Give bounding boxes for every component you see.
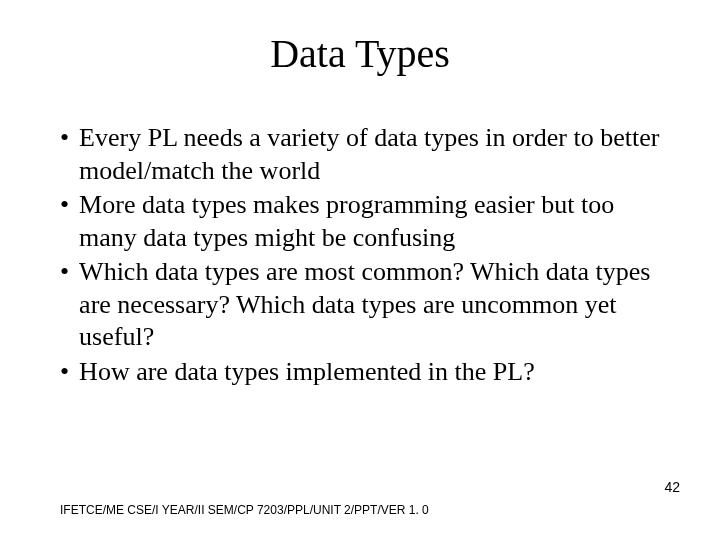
list-item: • Every PL needs a variety of data types…	[60, 122, 660, 187]
slide: Data Types • Every PL needs a variety of…	[0, 0, 720, 540]
slide-footer: IFETCE/ME CSE/I YEAR/II SEM/CP 7203/PPL/…	[60, 503, 429, 517]
slide-title: Data Types	[60, 30, 660, 77]
list-item: • How are data types implemented in the …	[60, 356, 660, 389]
bullet-text: Every PL needs a variety of data types i…	[79, 122, 660, 187]
page-number: 42	[664, 479, 680, 495]
bullet-text: How are data types implemented in the PL…	[79, 356, 660, 389]
bullet-marker-icon: •	[60, 189, 79, 254]
bullet-marker-icon: •	[60, 122, 79, 187]
list-item: • Which data types are most common? Whic…	[60, 256, 660, 354]
bullet-list: • Every PL needs a variety of data types…	[60, 122, 660, 388]
list-item: • More data types makes programming easi…	[60, 189, 660, 254]
bullet-text: Which data types are most common? Which …	[79, 256, 660, 354]
bullet-marker-icon: •	[60, 256, 79, 354]
bullet-marker-icon: •	[60, 356, 79, 389]
bullet-text: More data types makes programming easier…	[79, 189, 660, 254]
